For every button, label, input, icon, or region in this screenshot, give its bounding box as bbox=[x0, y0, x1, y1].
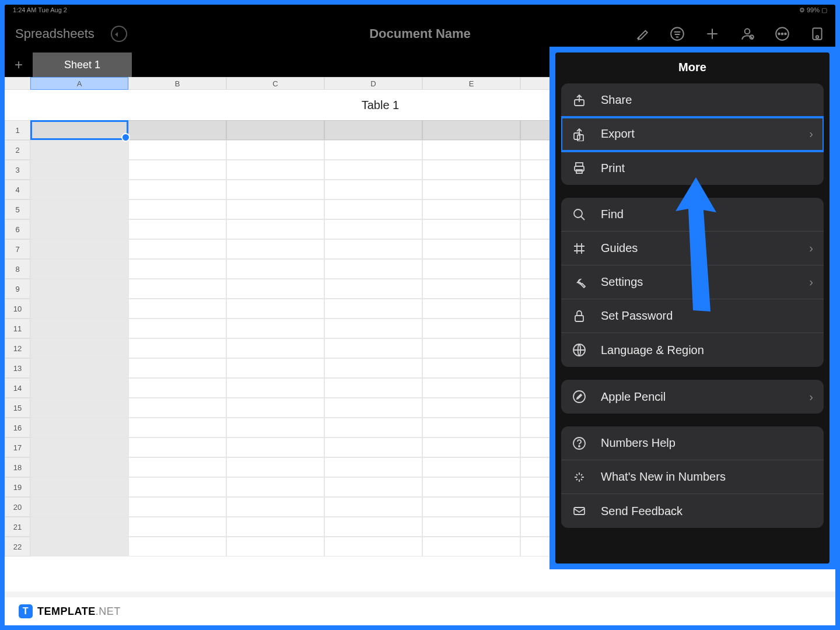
panel-group-help: Numbers Help What's New in Numbers Send … bbox=[561, 426, 824, 528]
more-icon[interactable] bbox=[775, 26, 790, 41]
col-header-b[interactable]: B bbox=[128, 77, 226, 90]
row-header[interactable]: 9 bbox=[5, 279, 30, 299]
row-header[interactable]: 5 bbox=[5, 200, 30, 219]
row-header[interactable]: 15 bbox=[5, 398, 30, 418]
menu-label: Language & Region bbox=[601, 344, 704, 357]
menu-feedback[interactable]: Send Feedback bbox=[561, 494, 824, 528]
chevron-right-icon: › bbox=[809, 390, 813, 404]
menu-export[interactable]: Export › bbox=[561, 117, 824, 151]
row-header[interactable]: 12 bbox=[5, 338, 30, 358]
svg-point-0 bbox=[671, 27, 684, 40]
menu-print[interactable]: Print bbox=[561, 151, 824, 185]
row-header[interactable]: 17 bbox=[5, 438, 30, 457]
wrench-icon bbox=[572, 275, 587, 290]
menu-apple-pencil[interactable]: Apple Pencil › bbox=[561, 380, 824, 414]
collaborate-icon[interactable] bbox=[740, 26, 755, 41]
menu-settings[interactable]: Settings › bbox=[561, 265, 824, 299]
menu-guides[interactable]: Guides › bbox=[561, 232, 824, 265]
back-button[interactable]: Spreadsheets bbox=[15, 26, 94, 41]
panel-group-pencil: Apple Pencil › bbox=[561, 380, 824, 414]
chevron-right-icon: › bbox=[809, 242, 813, 255]
menu-label: Set Password bbox=[601, 309, 673, 323]
row-header[interactable]: 10 bbox=[5, 299, 30, 318]
menu-label: Guides bbox=[601, 242, 638, 255]
status-right: ⚙ 99% ▢ bbox=[799, 6, 827, 14]
panel-group-share: Share Export › Print bbox=[561, 83, 824, 185]
menu-label: Settings bbox=[601, 275, 643, 289]
status-left: 1:24 AM Tue Aug 2 bbox=[13, 6, 67, 13]
panel-group-settings: Find Guides › Settings › Set Password La… bbox=[561, 198, 824, 367]
svg-point-4 bbox=[778, 33, 780, 35]
footer-suffix: .NET bbox=[96, 606, 121, 618]
chevron-right-icon: › bbox=[809, 275, 813, 289]
row-header[interactable]: 13 bbox=[5, 358, 30, 378]
menu-set-password[interactable]: Set Password bbox=[561, 299, 824, 333]
more-panel-highlight: More Share Export › Print Find bbox=[550, 47, 835, 569]
row-header[interactable]: 11 bbox=[5, 318, 30, 338]
menu-help[interactable]: Numbers Help bbox=[561, 426, 824, 460]
row-header[interactable]: 4 bbox=[5, 180, 30, 200]
menu-label: Share bbox=[601, 93, 632, 107]
share-icon bbox=[572, 93, 587, 108]
select-all-corner[interactable] bbox=[5, 77, 30, 90]
panel-title: More bbox=[561, 61, 824, 74]
footer-logo: T bbox=[19, 604, 33, 618]
document-icon[interactable] bbox=[810, 26, 825, 41]
brush-icon[interactable] bbox=[635, 26, 650, 41]
search-icon bbox=[572, 207, 587, 222]
row-header[interactable]: 1 bbox=[5, 120, 30, 140]
watermark-footer: T TEMPLATE.NET bbox=[5, 597, 835, 625]
svg-rect-14 bbox=[576, 170, 582, 173]
row-header[interactable]: 2 bbox=[5, 140, 30, 160]
menu-label: Numbers Help bbox=[601, 436, 676, 450]
row-header[interactable]: 6 bbox=[5, 219, 30, 239]
col-header-a[interactable]: A bbox=[30, 77, 128, 90]
row-header[interactable]: 20 bbox=[5, 497, 30, 517]
svg-rect-16 bbox=[575, 316, 583, 321]
row-header[interactable]: 22 bbox=[5, 537, 30, 556]
menu-label: What's New in Numbers bbox=[601, 470, 726, 484]
toolbar-icons bbox=[635, 26, 825, 41]
undo-icon[interactable] bbox=[111, 26, 127, 42]
svg-rect-11 bbox=[578, 135, 583, 141]
plus-icon[interactable] bbox=[705, 26, 720, 41]
filter-icon[interactable] bbox=[670, 26, 685, 41]
row-header[interactable]: 18 bbox=[5, 457, 30, 477]
svg-point-1 bbox=[745, 29, 750, 34]
mail-icon bbox=[572, 503, 587, 519]
svg-point-8 bbox=[816, 36, 818, 38]
menu-share[interactable]: Share bbox=[561, 83, 824, 117]
status-bar: 1:24 AM Tue Aug 2 ⚙ 99% ▢ bbox=[5, 5, 835, 15]
svg-point-5 bbox=[782, 33, 783, 35]
row-header[interactable]: 3 bbox=[5, 160, 30, 180]
row-headers: 12345678910111213141516171819202122 bbox=[5, 90, 30, 556]
menu-find[interactable]: Find bbox=[561, 198, 824, 232]
row-header[interactable]: 21 bbox=[5, 517, 30, 537]
footer-brand: TEMPLATE bbox=[37, 606, 96, 618]
pencil-circle-icon bbox=[572, 389, 587, 404]
menu-label: Find bbox=[601, 208, 624, 221]
sheet-tab-1[interactable]: Sheet 1 bbox=[33, 52, 132, 77]
export-icon bbox=[572, 127, 587, 142]
menu-label: Print bbox=[601, 162, 625, 175]
sparkle-icon bbox=[572, 470, 587, 485]
guides-icon bbox=[572, 241, 587, 256]
add-sheet-button[interactable]: + bbox=[5, 52, 33, 77]
menu-language-region[interactable]: Language & Region bbox=[561, 333, 824, 367]
col-header-c[interactable]: C bbox=[226, 77, 324, 90]
globe-icon bbox=[572, 342, 587, 358]
svg-point-20 bbox=[579, 446, 580, 447]
col-header-e[interactable]: E bbox=[422, 77, 520, 90]
lock-icon bbox=[572, 309, 587, 324]
row-header[interactable]: 19 bbox=[5, 477, 30, 497]
row-header[interactable]: 7 bbox=[5, 239, 30, 259]
menu-whats-new[interactable]: What's New in Numbers bbox=[561, 460, 824, 494]
row-header[interactable]: 16 bbox=[5, 418, 30, 438]
row-header[interactable]: 14 bbox=[5, 378, 30, 398]
document-title[interactable]: Document Name bbox=[369, 26, 471, 41]
row-header[interactable]: 8 bbox=[5, 259, 30, 279]
svg-point-6 bbox=[785, 33, 786, 35]
col-header-d[interactable]: D bbox=[324, 77, 422, 90]
more-panel: More Share Export › Print Find bbox=[555, 52, 830, 564]
selected-cell[interactable] bbox=[30, 120, 128, 140]
